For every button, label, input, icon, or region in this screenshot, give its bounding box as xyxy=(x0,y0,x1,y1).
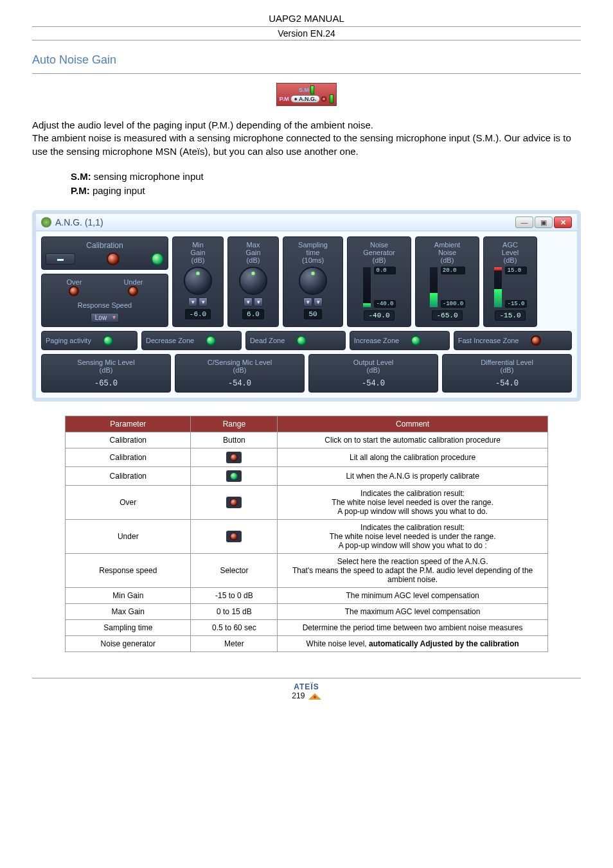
agc-bottom: -15.0 xyxy=(505,300,526,308)
header-comment: Comment xyxy=(278,416,547,432)
doc-version: Version EN.24 xyxy=(32,28,581,39)
calibration-led-red xyxy=(107,252,120,265)
agc-top: 15.0 xyxy=(505,267,526,274)
footer-page: 219 xyxy=(32,691,581,700)
cell-range xyxy=(191,466,278,485)
chip-ang-pill: ● A.N.G. xyxy=(290,95,319,103)
table-row: Noise generatorMeterWhite noise level, a… xyxy=(66,635,548,651)
cell-comment: Click on to start the automatic calibrat… xyxy=(278,432,547,448)
output-level-value: -54.0 xyxy=(362,379,385,388)
sampling-panel: Samplingtime(10ms) ▾▾ 50 xyxy=(283,236,343,327)
over-label: Over xyxy=(67,278,82,286)
agc-panel: AGCLevel(dB) 15.0 -15.0 -15.0 xyxy=(483,236,537,327)
chip-pm-label: P.M xyxy=(280,96,289,102)
chip-ang-label: A.N.G. xyxy=(299,96,317,102)
cell-range xyxy=(191,485,278,519)
response-speed-select[interactable]: Low xyxy=(91,313,119,323)
chip-status-dot xyxy=(321,96,326,102)
ang-block-chip-row: S.M P.M ● A.N.G. xyxy=(32,83,581,106)
max-gain-up[interactable]: ▾ xyxy=(254,297,263,306)
table-row: Sampling time0.5 to 60 secDetermine the … xyxy=(66,619,548,635)
cell-comment: Select here the reaction speed of the A.… xyxy=(278,553,547,587)
close-button[interactable]: ✕ xyxy=(554,217,572,228)
table-row: CalibrationButtonClick on to start the a… xyxy=(66,432,548,448)
intro-line-1: Adjust the audio level of the paging inp… xyxy=(32,120,373,130)
table-row: UnderIndicates the calibration result:Th… xyxy=(66,519,548,553)
min-gain-value[interactable]: -6.0 xyxy=(185,309,211,319)
sampling-knob[interactable] xyxy=(299,267,327,295)
calibration-button[interactable]: ▬ xyxy=(46,253,75,265)
diff-level-label: Differential Level(dB) xyxy=(481,359,533,374)
table-row: OverIndicates the calibration result:The… xyxy=(66,485,548,519)
min-gain-knob[interactable] xyxy=(184,267,212,295)
ambient-top: 20.0 xyxy=(441,267,465,274)
paging-activity-led xyxy=(103,335,113,346)
decrease-zone-panel: Decrease Zone xyxy=(141,331,242,350)
table-row: Max Gain0 to 15 dBThe maximum AGC level … xyxy=(66,603,548,619)
cell-range: 0.5 to 60 sec xyxy=(191,619,278,635)
led-red-icon xyxy=(226,452,242,463)
cell-parameter: Response speed xyxy=(66,553,191,587)
section-title: Auto Noise Gain xyxy=(32,53,581,68)
dead-zone-panel: Dead Zone xyxy=(245,331,346,350)
cell-comment: The minimum AGC level compensation xyxy=(278,587,547,603)
max-gain-down[interactable]: ▾ xyxy=(244,297,253,306)
min-gain-down[interactable]: ▾ xyxy=(188,297,197,306)
legend-block: S.M: sensing microphone input P.M: pagin… xyxy=(71,170,581,199)
calibration-led-green xyxy=(151,252,164,265)
maximize-button[interactable]: ▣ xyxy=(535,217,553,228)
legend-sm-text: sensing microphone input xyxy=(91,171,204,182)
legend-sm: S.M: sensing microphone input xyxy=(71,170,581,184)
ambient-meter xyxy=(429,267,438,308)
cell-range: -15 to 0 dB xyxy=(191,587,278,603)
min-gain-up[interactable]: ▾ xyxy=(199,297,208,306)
increase-zone-led xyxy=(411,335,421,346)
sampling-value[interactable]: 50 xyxy=(304,309,321,319)
led-green-icon xyxy=(226,470,242,482)
sensing-level-label: Sensing Mic Level(dB) xyxy=(77,359,134,374)
increase-zone-label: Increase Zone xyxy=(354,337,399,344)
cell-parameter: Under xyxy=(66,519,191,553)
decrease-zone-label: Decrease Zone xyxy=(146,337,194,344)
diff-level-panel: Differential Level(dB) -54.0 xyxy=(442,354,572,393)
section-rule xyxy=(32,73,581,74)
cell-parameter: Max Gain xyxy=(66,603,191,619)
legend-pm-abbrev: P.M: xyxy=(71,185,90,196)
cell-range xyxy=(191,448,278,466)
cell-comment: Lit all along the calibration procedure xyxy=(278,448,547,466)
fast-increase-zone-panel: Fast Increase Zone xyxy=(454,331,572,350)
cell-parameter: Min Gain xyxy=(66,587,191,603)
cell-range: Selector xyxy=(191,553,278,587)
cell-comment: Indicates the calibration result:The whi… xyxy=(278,519,547,553)
over-led xyxy=(69,286,79,296)
chip-input-meter xyxy=(310,85,314,94)
cell-comment: White noise level, automatically Adjuste… xyxy=(278,635,547,651)
cell-parameter: Noise generator xyxy=(66,635,191,651)
ambient-panel: AmbientNoise(dB) 20.0 -100.0 -65.0 xyxy=(415,236,479,327)
cell-parameter: Sampling time xyxy=(66,619,191,635)
cell-comment: Determine the period time between two am… xyxy=(278,619,547,635)
intro-line-2: The ambient noise is measured with a sen… xyxy=(32,132,571,156)
over-group: Over xyxy=(67,278,82,297)
sampling-up[interactable]: ▾ xyxy=(314,297,323,306)
header-rule-2 xyxy=(32,40,581,40)
dialog-titlebar[interactable]: A.N.G. (1,1) — ▣ ✕ xyxy=(36,214,577,231)
max-gain-value[interactable]: 6.0 xyxy=(242,309,264,319)
ang-block-chip: S.M P.M ● A.N.G. xyxy=(276,83,337,106)
paging-activity-panel: Paging activity xyxy=(41,331,138,350)
calibration-panel: Calibration ▬ xyxy=(41,236,168,270)
cell-comment: Lit when the A.N.G is properly calibrate xyxy=(278,466,547,485)
ambient-label: AmbientNoise(dB) xyxy=(434,241,460,264)
min-gain-panel: MinGain(dB) ▾▾ -6.0 xyxy=(172,236,224,327)
min-gain-label: MinGain(dB) xyxy=(190,241,205,264)
footer-flag-icon xyxy=(308,693,321,700)
max-gain-knob[interactable] xyxy=(239,267,267,295)
page-footer: ATEÏS 219 xyxy=(32,678,581,700)
intro-text: Adjust the audio level of the paging inp… xyxy=(32,119,581,158)
table-row: CalibrationLit all along the calibration… xyxy=(66,448,548,466)
minimize-button[interactable]: — xyxy=(515,217,533,228)
led-red-icon xyxy=(226,497,242,508)
sampling-down[interactable]: ▾ xyxy=(303,297,312,306)
over-under-panel: Over Under Response Speed Low xyxy=(41,274,168,327)
cell-comment: The maximum AGC level compensation xyxy=(278,603,547,619)
